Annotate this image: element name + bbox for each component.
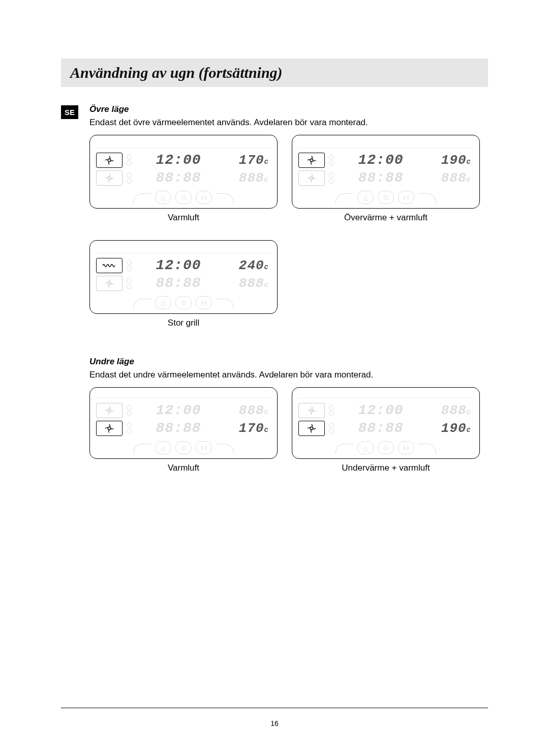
ghost-button-row: △ ⏲ I·I <box>96 191 271 204</box>
temp-display: 190c <box>441 421 471 436</box>
time-display-dim: 88:88 <box>156 170 201 186</box>
ghost-button: △ <box>155 441 171 454</box>
panel-caption: Övervärme + varmluft <box>344 213 428 223</box>
ghost-button: ⏲ <box>175 191 192 204</box>
panel-caption: Varmluft <box>168 213 199 223</box>
page-number: 16 <box>0 719 549 728</box>
display-panel-upper-1: 12:00 190c 88:88 888c <box>292 135 480 209</box>
ghost-button: △ <box>357 441 374 454</box>
lower-desc: Endast det undre värmeelementet används.… <box>89 370 488 380</box>
mode-box <box>96 153 123 168</box>
grill-icon <box>102 262 117 269</box>
time-display-dim: 88:88 <box>358 170 404 186</box>
temp-display: 170c <box>239 421 269 436</box>
svg-point-8 <box>310 427 313 430</box>
fan-icon <box>104 405 115 416</box>
temp-display: 170c <box>239 153 269 168</box>
display-panel-lower-0: 12:00 888c 88:88 170c <box>89 387 278 459</box>
fan-icon <box>104 423 115 434</box>
ghost-button: I·I <box>398 441 414 454</box>
svg-point-4 <box>108 282 111 285</box>
display-panel-lower-1: 12:00 888c 88:88 190c <box>292 387 480 459</box>
mode-box <box>96 258 123 273</box>
temp-display-dim: 888c <box>441 170 471 186</box>
fan-icon <box>104 278 115 289</box>
svg-point-1 <box>108 177 111 180</box>
language-badge: SE <box>61 105 78 119</box>
temp-display: 240c <box>239 258 269 273</box>
upper-heading: Övre läge <box>89 104 488 114</box>
time-display-dim: 88:88 <box>358 420 404 436</box>
fan-icon <box>306 172 317 184</box>
mode-box-dim <box>96 170 123 186</box>
svg-point-3 <box>310 177 313 180</box>
time-display-dim: 88:88 <box>156 420 201 436</box>
temp-display-dim: 888c <box>239 403 269 418</box>
fan-icon <box>104 172 115 184</box>
ghost-button: ⏲ <box>378 191 394 204</box>
ghost-button-row: △ ⏲ I·I <box>96 296 271 309</box>
page-title: Användning av ugn (fortsättning) <box>70 64 283 81</box>
mode-box-dim <box>298 170 325 186</box>
temp-display: 190c <box>441 153 471 168</box>
lower-heading: Undre läge <box>89 357 488 367</box>
mode-box-dim <box>96 403 123 418</box>
ghost-button: △ <box>155 191 171 204</box>
ghost-button: △ <box>357 191 374 204</box>
panel-caption: Undervärme + varmluft <box>342 463 430 473</box>
upper-desc: Endast det övre värmeelementet används. … <box>89 118 488 128</box>
display-panel-upper-0: 12:00 170c 88:88 888c <box>89 135 278 209</box>
time-display: 12:00 <box>156 152 201 168</box>
ghost-button: ⏲ <box>175 296 192 309</box>
mode-box-dim <box>298 403 325 418</box>
temp-display-dim: 888c <box>441 403 471 418</box>
time-display-dim: 12:00 <box>358 402 404 418</box>
ghost-button-row: △ ⏲ I·I <box>96 441 271 454</box>
ghost-button: I·I <box>196 191 212 204</box>
panel-caption: Varmluft <box>168 463 199 473</box>
time-display-dim: 12:00 <box>156 402 201 418</box>
mode-box <box>298 421 325 436</box>
ghost-button: I·I <box>196 441 212 454</box>
svg-point-2 <box>310 159 313 162</box>
svg-point-6 <box>108 427 111 430</box>
fan-icon <box>306 155 317 166</box>
svg-point-7 <box>310 409 313 412</box>
fan-icon <box>104 155 115 166</box>
ghost-button: ⏲ <box>378 441 394 454</box>
ghost-button-row: △ ⏲ I·I <box>298 441 473 454</box>
temp-display-dim: 888c <box>239 276 269 291</box>
temp-display-dim: 888c <box>239 170 269 186</box>
panel-caption: Stor grill <box>168 318 199 328</box>
page-header: Användning av ugn (fortsättning) <box>61 59 488 87</box>
mode-box <box>298 153 325 168</box>
time-display: 12:00 <box>156 257 201 273</box>
ghost-button: △ <box>155 296 171 309</box>
mode-box <box>96 421 123 436</box>
display-panel-upper-2: 12:00 240c 88:88 888c <box>89 240 278 314</box>
svg-point-0 <box>108 159 111 162</box>
time-display-dim: 88:88 <box>156 275 201 291</box>
footer-rule <box>61 708 488 708</box>
mode-box-dim <box>96 276 123 291</box>
ghost-button-row: △ ⏲ I·I <box>298 191 473 204</box>
svg-point-5 <box>108 409 111 412</box>
ghost-button: I·I <box>196 296 212 309</box>
fan-icon <box>306 423 317 434</box>
time-display: 12:00 <box>358 152 404 168</box>
ghost-button: ⏲ <box>175 441 192 454</box>
fan-icon <box>306 405 317 416</box>
ghost-button: I·I <box>398 191 414 204</box>
